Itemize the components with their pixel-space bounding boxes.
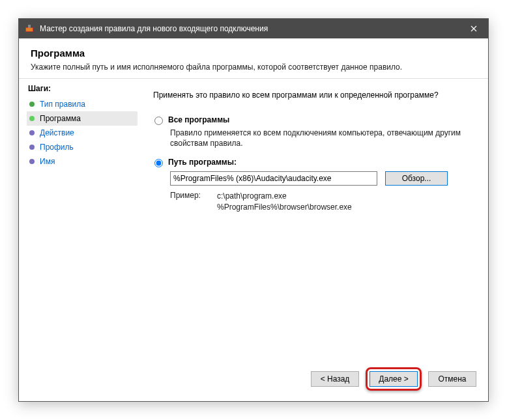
steps-sidebar: Шаги: Тип правилаПрограммаДействиеПрофил… — [19, 79, 138, 361]
steps-label: Шаги: — [27, 84, 138, 93]
step-label: Программа — [40, 114, 81, 123]
step-bullet-icon — [29, 145, 35, 150]
wizard-window: Мастер создания правила для нового входя… — [18, 18, 489, 402]
step-bullet-icon — [29, 116, 35, 121]
radio-all-programs[interactable] — [154, 117, 163, 125]
radio-program-path-label[interactable]: Путь программы: — [168, 158, 237, 167]
step-item[interactable]: Тип правила — [27, 97, 138, 111]
next-button-highlight: Далее > — [366, 367, 422, 391]
svg-rect-1 — [26, 28, 33, 31]
page-subtitle: Укажите полный путь и имя исполняемого ф… — [31, 63, 476, 72]
step-label: Тип правила — [40, 100, 85, 109]
step-item[interactable]: Программа — [27, 111, 138, 126]
page-title: Программа — [31, 48, 476, 59]
step-label: Профиль — [40, 143, 74, 152]
titlebar[interactable]: Мастер создания правила для нового входя… — [19, 19, 488, 38]
content-pane: Применять это правило ко всем программам… — [138, 79, 488, 361]
step-item[interactable]: Профиль — [27, 140, 138, 154]
radio-all-programs-label[interactable]: Все программы — [168, 115, 229, 124]
radio-program-path[interactable] — [154, 159, 163, 167]
step-label: Действие — [40, 128, 74, 137]
close-button[interactable] — [459, 19, 488, 38]
app-icon — [24, 23, 35, 34]
question-text: Применять это правило ко всем программам… — [153, 91, 472, 100]
step-bullet-icon — [29, 159, 35, 164]
program-path-input[interactable] — [170, 171, 377, 186]
step-bullet-icon — [29, 102, 35, 107]
step-item[interactable]: Имя — [27, 154, 138, 169]
step-label: Имя — [40, 157, 55, 166]
window-title: Мастер создания правила для нового входя… — [40, 24, 459, 33]
step-bullet-icon — [29, 130, 35, 135]
example-paths: c:\path\program.exe %ProgramFiles%\brows… — [217, 191, 352, 212]
next-button[interactable]: Далее > — [369, 371, 418, 387]
browse-button[interactable]: Обзор... — [385, 171, 448, 186]
step-item[interactable]: Действие — [27, 126, 138, 140]
svg-rect-2 — [28, 25, 31, 28]
cancel-button[interactable]: Отмена — [428, 371, 476, 387]
back-button[interactable]: < Назад — [311, 371, 359, 387]
footer: < Назад Далее > Отмена — [19, 361, 488, 397]
radio-all-programs-desc: Правило применяется ко всем подключениям… — [170, 128, 472, 148]
example-label: Пример: — [170, 191, 217, 212]
page-header: Программа Укажите полный путь и имя испо… — [19, 38, 488, 78]
